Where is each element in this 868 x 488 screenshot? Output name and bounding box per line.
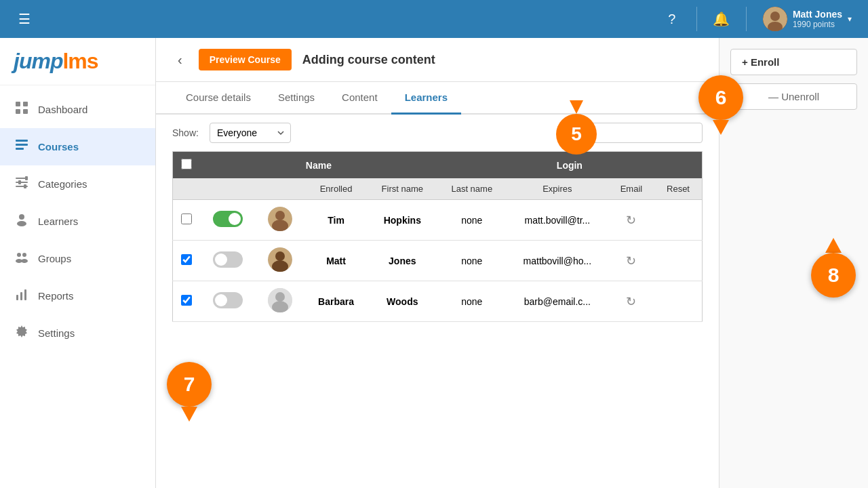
learners-table-wrap: Name Login Enrolled First name bbox=[156, 151, 719, 488]
row-reset-1: ↻ bbox=[608, 200, 654, 241]
tab-learners[interactable]: Learners bbox=[391, 82, 461, 115]
preview-course-button[interactable]: Preview Course bbox=[199, 49, 292, 70]
subheader-expires: Expires bbox=[507, 178, 608, 200]
sidebar-item-groups[interactable]: Groups bbox=[0, 240, 155, 277]
tab-content[interactable]: Content bbox=[328, 82, 391, 115]
page-title: Adding course content bbox=[302, 53, 435, 67]
divider2 bbox=[746, 7, 747, 31]
reset-button-2[interactable]: ↻ bbox=[626, 253, 636, 268]
chevron-down-icon: ▾ bbox=[848, 14, 852, 24]
main-layout: jumplms Dashboard bbox=[0, 38, 868, 488]
subheader-toggle bbox=[200, 178, 256, 200]
row-lastname-1: Hopkins bbox=[368, 200, 437, 241]
svg-rect-24 bbox=[24, 289, 26, 300]
help-button[interactable]: ? bbox=[658, 5, 686, 33]
unenroll-button[interactable]: — Unenroll bbox=[730, 83, 857, 110]
sidebar-item-label-dashboard: Dashboard bbox=[38, 104, 87, 115]
svg-rect-11 bbox=[16, 182, 28, 183]
row-checkbox-1[interactable] bbox=[181, 214, 192, 224]
row-toggle-3 bbox=[200, 281, 256, 322]
sidebar: jumplms Dashboard bbox=[0, 38, 156, 488]
subheader-check bbox=[173, 178, 201, 200]
row-expires-2: none bbox=[437, 241, 507, 281]
svg-rect-4 bbox=[23, 102, 28, 106]
svg-rect-14 bbox=[18, 180, 21, 184]
search-input[interactable] bbox=[587, 127, 695, 138]
row-email-2: mattbovill@ho... bbox=[507, 241, 608, 281]
row-firstname-3: Barbara bbox=[304, 281, 368, 322]
bell-button[interactable]: 🔔 bbox=[708, 5, 735, 33]
svg-point-1 bbox=[770, 12, 780, 21]
enroll-button[interactable]: + Enroll bbox=[730, 49, 857, 75]
courses-icon bbox=[14, 138, 30, 156]
settings-icon bbox=[14, 324, 30, 342]
sidebar-item-categories[interactable]: Categories bbox=[0, 165, 155, 203]
reset-button-1[interactable]: ↻ bbox=[626, 213, 636, 228]
svg-point-21 bbox=[21, 259, 28, 263]
row-email-3: barb@email.c... bbox=[507, 281, 608, 322]
svg-point-16 bbox=[19, 214, 24, 220]
subheader-email: Email bbox=[608, 178, 654, 200]
tab-course-details[interactable]: Course details bbox=[172, 82, 264, 115]
user-info: Matt Jones 1990 points bbox=[793, 9, 842, 29]
svg-rect-5 bbox=[16, 109, 20, 114]
tabs-bar: Course details Settings Content Learners bbox=[156, 82, 719, 115]
tab-settings[interactable]: Settings bbox=[264, 82, 328, 115]
sidebar-item-courses[interactable]: Courses bbox=[0, 128, 155, 165]
sidebar-item-settings[interactable]: Settings bbox=[0, 314, 155, 352]
user-name: Matt Jones bbox=[793, 9, 842, 20]
sidebar-item-dashboard[interactable]: Dashboard bbox=[0, 91, 155, 128]
user-menu[interactable]: Matt Jones 1990 points ▾ bbox=[757, 4, 857, 34]
table-row: Tim Hopkins none matt.bovill@tr... ↻ bbox=[173, 200, 703, 241]
page-wrapper: ‹ Preview Course Adding course content C… bbox=[156, 38, 868, 488]
nav-items: Dashboard Courses bbox=[0, 85, 155, 488]
sidebar-item-label-categories: Categories bbox=[38, 178, 87, 190]
logo-area: jumplms bbox=[0, 38, 155, 85]
name-column-header: Name bbox=[200, 152, 437, 179]
help-icon: ? bbox=[668, 12, 675, 27]
sidebar-item-learners[interactable]: Learners bbox=[0, 203, 155, 240]
svg-point-19 bbox=[22, 253, 26, 257]
hamburger-button[interactable]: ☰ bbox=[11, 5, 38, 33]
reports-icon bbox=[14, 287, 30, 305]
enrolled-toggle-3[interactable] bbox=[213, 292, 243, 308]
row-reset-3: ↻ bbox=[608, 281, 654, 322]
sidebar-item-label-settings: Settings bbox=[38, 327, 75, 339]
learners-icon bbox=[14, 212, 30, 230]
search-icon: 🔍 bbox=[571, 127, 583, 138]
enrolled-toggle-2[interactable] bbox=[213, 251, 243, 268]
check-all-checkbox[interactable] bbox=[181, 159, 192, 169]
subheader-firstname: First name bbox=[368, 178, 437, 200]
avatar bbox=[763, 7, 787, 31]
row-avatar-2 bbox=[256, 241, 304, 281]
back-button[interactable]: ‹ bbox=[172, 49, 188, 70]
sidebar-item-label-learners: Learners bbox=[38, 216, 78, 227]
table-row: Barbara Woods none barb@email.c... ↻ bbox=[173, 281, 703, 322]
sidebar-item-label-reports: Reports bbox=[38, 290, 74, 302]
subheader-reset: Reset bbox=[654, 178, 703, 200]
user-points: 1990 points bbox=[793, 20, 842, 29]
search-box: 🔍 bbox=[564, 123, 703, 143]
login-column-header: Login bbox=[437, 152, 703, 179]
row-expires-3: none bbox=[437, 281, 507, 322]
svg-rect-23 bbox=[20, 292, 22, 300]
svg-rect-22 bbox=[16, 295, 18, 300]
row-check-3 bbox=[173, 281, 201, 322]
dashboard-icon bbox=[14, 100, 30, 119]
row-avatar-1 bbox=[256, 200, 304, 241]
sidebar-item-reports[interactable]: Reports bbox=[0, 277, 155, 314]
show-select[interactable]: Everyone Enrolled Not enrolled bbox=[210, 123, 291, 143]
reset-button-3[interactable]: ↻ bbox=[626, 294, 636, 309]
sidebar-item-label-courses: Courses bbox=[38, 141, 79, 152]
row-checkbox-2[interactable] bbox=[181, 254, 192, 265]
svg-rect-8 bbox=[16, 144, 28, 146]
learners-table: Name Login Enrolled First name bbox=[172, 151, 703, 322]
svg-point-27 bbox=[275, 211, 285, 220]
bell-icon: 🔔 bbox=[713, 11, 730, 27]
row-firstname-2: Matt bbox=[304, 241, 368, 281]
content-area: ‹ Preview Course Adding course content C… bbox=[156, 38, 719, 488]
row-checkbox-3[interactable] bbox=[181, 295, 192, 306]
enrolled-toggle-1[interactable] bbox=[213, 211, 243, 227]
row-lastname-3: Woods bbox=[368, 281, 437, 322]
svg-rect-9 bbox=[16, 148, 24, 150]
